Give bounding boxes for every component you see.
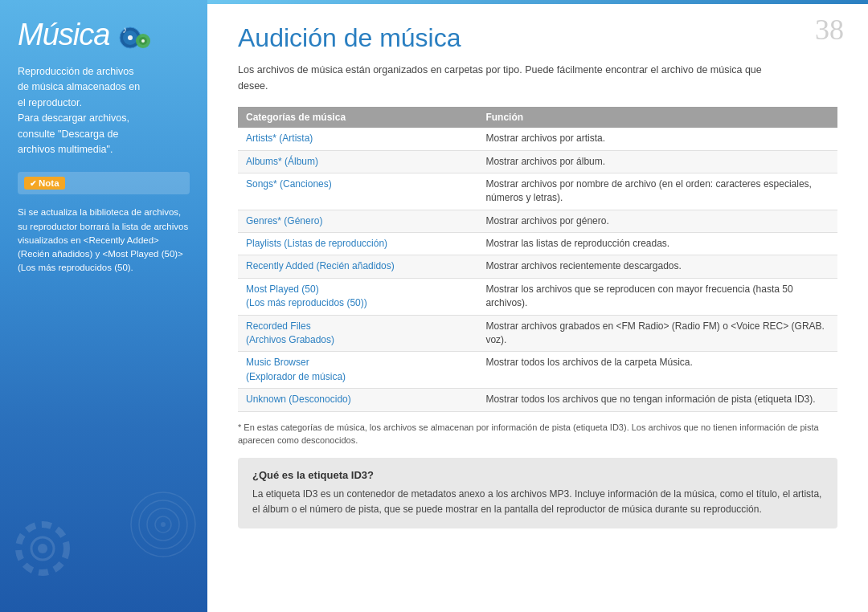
table-cell-category: Most Played (50)(Los más reproducidos (5… — [238, 278, 477, 315]
table-cell-category: Playlists (Listas de reproducción) — [238, 233, 477, 255]
id3-title: ¿Qué es la etiqueta ID3? — [252, 469, 823, 481]
table-row: Recently Added (Recién añadidos)Mostrar … — [238, 255, 837, 278]
table-cell-function: Mostrar archivos recientemente descargad… — [477, 255, 837, 278]
sidebar-title: Música — [18, 19, 109, 50]
gear-decorative — [14, 520, 71, 580]
table-cell-function: Mostrar todos los archivos de la carpeta… — [477, 352, 837, 389]
svg-point-14 — [38, 544, 47, 553]
sidebar-note: Si se actualiza la biblioteca de archivo… — [18, 206, 190, 275]
sidebar-description: Reproducción de archivos de música almac… — [18, 64, 190, 157]
table-row: Most Played (50)(Los más reproducidos (5… — [238, 278, 837, 315]
table-cell-category: Unknown (Desconocido) — [238, 389, 477, 411]
intro-paragraph: Los archivos de música están organizados… — [238, 63, 784, 94]
music-icon: ♪ — [117, 22, 154, 51]
table-header-function: Función — [477, 107, 837, 128]
table-row: Playlists (Listas de reproducción)Mostra… — [238, 233, 837, 255]
sidebar-title-row: Música ♪ — [18, 19, 190, 50]
table-cell-category: Music Browser(Explorador de música) — [238, 352, 477, 389]
table-cell-category: Songs* (Canciones) — [238, 173, 477, 210]
table-cell-function: Mostrar archivos grabados en <FM Radio> … — [477, 315, 837, 352]
table-header-category: Categorías de música — [238, 107, 477, 128]
svg-text:♪: ♪ — [122, 24, 127, 35]
table-cell-category: Albums* (Álbum) — [238, 150, 477, 173]
table-cell-function: Mostrar los archivos que se reproducen c… — [477, 278, 837, 315]
nota-box: Nota — [18, 172, 190, 194]
table-cell-category: Recorded Files(Archivos Grabados) — [238, 315, 477, 352]
table-row: Unknown (Desconocido)Mostrar todos los a… — [238, 389, 837, 411]
table-cell-category: Artists* (Artista) — [238, 128, 477, 150]
id3-info-box: ¿Qué es la etiqueta ID3? La etiqueta ID3… — [238, 458, 837, 528]
table-cell-category: Genres* (Género) — [238, 210, 477, 232]
svg-point-11 — [161, 522, 166, 527]
nota-badge: Nota — [24, 177, 65, 190]
table-cell-function: Mostrar archivos por artista. — [477, 128, 837, 150]
music-categories-table: Categorías de música Función Artists* (A… — [238, 107, 837, 411]
page-title: Audición de música — [238, 22, 837, 53]
table-cell-function: Mostrar archivos por álbum. — [477, 150, 837, 173]
table-cell-function: Mostrar todos los archivos que no tengan… — [477, 389, 837, 411]
table-cell-category: Recently Added (Recién añadidos) — [238, 255, 477, 278]
id3-description: La etiqueta ID3 es un contenedor de meta… — [252, 487, 823, 517]
svg-point-2 — [128, 35, 133, 40]
main-content: 38 Audición de música Los archivos de mú… — [207, 0, 868, 612]
svg-point-5 — [141, 39, 145, 43]
table-row: Albums* (Álbum)Mostrar archivos por álbu… — [238, 150, 837, 173]
table-row: Music Browser(Explorador de música)Mostr… — [238, 352, 837, 389]
sidebar: Música ♪ Reproducción de archivos de mús… — [0, 0, 207, 612]
table-row: Recorded Files(Archivos Grabados)Mostrar… — [238, 315, 837, 352]
table-footnote: * En estas categorías de música, los arc… — [238, 421, 837, 447]
table-cell-function: Mostrar archivos por género. — [477, 210, 837, 232]
table-cell-function: Mostrar archivos por nombre de archivo (… — [477, 173, 837, 210]
table-row: Songs* (Canciones)Mostrar archivos por n… — [238, 173, 837, 210]
page-number: 38 — [815, 13, 844, 47]
table-row: Artists* (Artista)Mostrar archivos por a… — [238, 128, 837, 150]
table-cell-function: Mostrar las listas de reproducción cread… — [477, 233, 837, 255]
decorative-circles — [127, 488, 199, 564]
table-row: Genres* (Género)Mostrar archivos por gén… — [238, 210, 837, 232]
